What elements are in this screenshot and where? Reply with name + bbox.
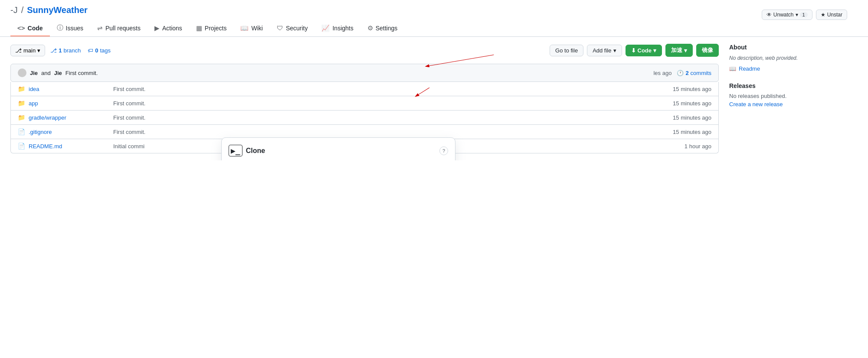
file-icon: 📄 [18,143,25,150]
file-link-readme[interactable]: 📄 README.md [18,143,113,150]
wiki-icon: 📖 [240,24,249,32]
table-row: 📁 idea First commit. 15 minutes ago [11,82,718,96]
unwatch-button[interactable]: 👁 Unwatch ▾ 1 [762,10,812,20]
branch-count-icon: ⎇ [50,47,57,54]
branches-link[interactable]: ⎇ 1 branch [50,47,81,54]
tab-wiki[interactable]: 📖 Wiki [233,20,269,36]
insights-icon: 📈 [321,24,330,32]
pull-requests-icon: ⇌ [97,24,103,32]
tab-projects[interactable]: ▦ Projects [189,20,234,36]
download-icon: ⬇ [631,47,636,54]
folder-icon: 📁 [18,100,25,107]
releases-heading: Releases [729,82,858,89]
table-row: 📁 app First commit. 15 minutes ago [11,96,718,111]
tags-link[interactable]: 🏷 0 tags [88,47,111,54]
code-chevron-icon: ▾ [653,47,656,54]
file-link-app[interactable]: 📁 app [18,100,113,107]
file-link-gitignore[interactable]: 📄 .gitignore [18,128,113,135]
folder-icon: 📁 [18,114,25,121]
sidebar: About No description, web provided. 📖 Re… [729,44,858,153]
readme-icon: 📖 [729,65,736,72]
about-heading: About [729,44,858,51]
tab-issues[interactable]: ⓘ Issues [50,20,90,36]
releases-description: No releases published. [729,93,858,99]
go-to-file-button[interactable]: Go to file [550,45,583,56]
repo-slash: / [21,5,24,15]
projects-icon: ▦ [196,24,202,32]
branch-chevron-icon: ▾ [37,47,40,54]
clone-dropdown: ▶_ Clone ? HTTPS SSH GitHub CLI 📋 Use Gi… [221,137,455,160]
accelerate-button[interactable]: 加速 ▾ [665,44,693,57]
history-icon: 🕐 [677,70,684,76]
security-icon: 🛡 [277,24,283,32]
tab-settings[interactable]: ⚙ Settings [360,20,405,36]
action-buttons: Go to file Add file ▾ ⬇ Code ▾ 加速 [550,44,719,57]
create-release-link[interactable]: Create a new release [729,101,858,107]
repo-name[interactable]: SunnyWeather [27,5,88,15]
terminal-icon: ▶_ [229,145,242,156]
accelerate-chevron-icon: ▾ [684,47,687,54]
about-description: No description, web provided. [729,54,858,62]
branch-icon: ⎇ [15,47,22,54]
code-button[interactable]: ⬇ Code ▾ [626,45,662,56]
star-icon: ★ [821,12,825,18]
file-icon: 📄 [18,128,25,135]
nav-tabs: <> Code ⓘ Issues ⇌ Pull requests ▶ Actio… [10,20,858,36]
repo-owner: -J [10,5,18,15]
file-link-gradle[interactable]: 📁 gradle/wrapper [18,114,113,121]
add-file-chevron-icon: ▾ [613,47,616,54]
clone-help-button[interactable]: ? [439,146,448,155]
file-link-idea[interactable]: 📁 idea [18,85,113,92]
issues-icon: ⓘ [57,24,63,32]
star-button[interactable]: ★ Unstar [816,10,847,20]
settings-icon: ⚙ [367,24,373,32]
tab-actions[interactable]: ▶ Actions [147,20,189,36]
add-file-button[interactable]: Add file ▾ [587,45,622,56]
table-row: 📁 gradle/wrapper First commit. 15 minute… [11,111,718,125]
tab-pull-requests[interactable]: ⇌ Pull requests [90,20,147,36]
tab-security[interactable]: 🛡 Security [270,20,315,36]
unwatch-chevron-icon: ▾ [796,12,798,18]
tab-insights[interactable]: 📈 Insights [314,20,360,36]
tag-icon: 🏷 [88,47,93,54]
mirror-button[interactable]: 镜像 [696,44,719,57]
actions-icon: ▶ [154,24,160,32]
clone-title: ▶_ Clone [229,145,265,156]
eye-icon: 👁 [766,12,772,18]
folder-icon: 📁 [18,85,25,92]
tab-code[interactable]: <> Code [10,20,50,36]
branch-meta: ⎇ 1 branch 🏷 0 tags [50,47,111,54]
code-icon: <> [17,24,25,32]
commits-link[interactable]: 🕐 2 commits [677,70,711,76]
readme-link[interactable]: 📖 Readme [729,65,858,72]
avatar [18,68,26,77]
commit-info: Jie and Jie First commit. les ago 🕐 2 co… [10,64,719,82]
branch-selector[interactable]: ⎇ main ▾ [10,45,45,56]
